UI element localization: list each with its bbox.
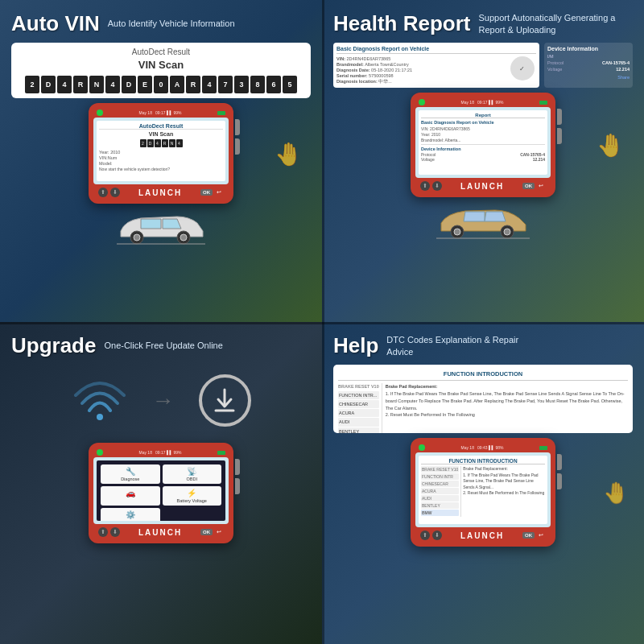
- share-btn[interactable]: Share: [617, 75, 630, 80]
- q2-title: Health Report: [333, 11, 470, 36]
- make-bentley: BENTLEY: [338, 427, 379, 434]
- obdi-icon: 📡: [187, 467, 196, 476]
- svg-point-10: [97, 414, 103, 420]
- q1-desc: Auto Identify Vehicle Information: [108, 18, 235, 29]
- q3-desc: One-Click Free Update Online: [104, 340, 222, 351]
- settings-icon: ⚙️: [126, 510, 135, 519]
- menu-obdi[interactable]: 📡 OBDI: [163, 464, 222, 484]
- vin-digit-12: 4: [202, 76, 217, 93]
- make-acura: ACURA: [338, 409, 379, 417]
- q4-brand: LAUNCH: [442, 531, 522, 540]
- download-icon-area: [199, 374, 251, 427]
- menu-car[interactable]: 🚗: [101, 486, 160, 506]
- svg-point-6: [454, 229, 460, 235]
- q2-top-info: Basic Diagnosis Report on Vehicle VIN: 2…: [333, 43, 633, 88]
- battery-icon: ⚡: [187, 489, 196, 497]
- q3-device-bottom: ⬆ ⬇ LAUNCH OK ↩: [93, 524, 229, 539]
- obdi-label: OBDI: [187, 477, 197, 481]
- q3-device: May 18 09:17 ▌▌ 99% 🔧 Diagnose 📡 O: [89, 443, 233, 543]
- diagnose-label: Diagnose: [121, 477, 139, 481]
- vin-digit-8: E: [138, 76, 152, 93]
- q1-header: Auto VIN Auto Identify Vehicle Informati…: [11, 11, 311, 36]
- battery-label: Battery Voltage: [177, 498, 207, 503]
- q2-side-btns: [557, 109, 562, 144]
- vin-digit-14: 3: [234, 76, 249, 93]
- device-info-title: Device Information: [547, 46, 630, 52]
- q4-desc: DTC Codes Explanation & Repair Advice: [386, 334, 531, 357]
- q1-hand: 🤚: [275, 140, 303, 167]
- menu-settings[interactable]: ⚙️ Settings: [101, 508, 160, 521]
- q3-side-btns: [235, 459, 240, 494]
- q4-screen-title: FUNCTION INTRODUCTION: [338, 369, 628, 381]
- q1-brand: LAUNCH: [120, 188, 200, 197]
- q4-device-wrapper: May 18 09:43 ▌▌ 98% FUNCTION INTRODUCTIO…: [333, 438, 633, 547]
- q1-car: [11, 208, 311, 249]
- q1-title: Auto VIN: [11, 11, 100, 36]
- q4-hand: 🤚: [603, 480, 629, 505]
- auto-vin-quadrant: Auto VIN Auto Identify Vehicle Informati…: [0, 0, 322, 322]
- settings-label: Settings: [122, 520, 138, 521]
- vin-digit-4: R: [73, 76, 88, 93]
- make-chinesecar: FUNCTION INTR...: [338, 391, 379, 399]
- wifi-icon-area: [72, 375, 128, 427]
- vin-digit-5: N: [89, 76, 104, 93]
- wifi-icon: [72, 375, 128, 423]
- svg-point-1: [134, 234, 140, 241]
- q1-device-wrapper: May 18 09:17 ▌▌ 99% AutoDect Result VIN …: [11, 103, 311, 204]
- vin-digit-15: 8: [250, 76, 265, 93]
- q2-car-svg: [435, 202, 531, 242]
- car-svg: [113, 208, 209, 249]
- q1-screen: AutoDect Result VIN Scan 2 D 4 R N 4 Yea…: [93, 118, 229, 184]
- vin-digit-6: 4: [105, 76, 120, 93]
- q2-hand: 🤚: [597, 132, 625, 159]
- q2-device: May 18 09:17 ▌▌ 99% Report Basic Diagnos…: [411, 93, 555, 197]
- q2-device-info: Device Information I/M Protocol CAN-1576…: [544, 43, 633, 88]
- q2-car: [333, 202, 633, 242]
- svg-point-8: [504, 229, 510, 235]
- function-section-label: BRAKE RESET V10: [338, 383, 379, 390]
- q3-screen: 🔧 Diagnose 📡 OBDI 🚗: [93, 457, 229, 524]
- q3-menu-grid: 🔧 Diagnose 📡 OBDI 🚗: [99, 463, 223, 521]
- diagnose-icon: 🔧: [126, 467, 135, 476]
- q3-brand: LAUNCH: [120, 528, 200, 537]
- q4-help-text: Brake Pad Replacement: 1. If The Brake P…: [386, 383, 628, 433]
- q2-desc: Support Autonatically Generating a Repor…: [478, 12, 623, 35]
- q3-device-wrapper: May 18 09:17 ▌▌ 99% 🔧 Diagnose 📡 O: [11, 443, 311, 543]
- q2-screen: Report Basic Diagnosis Report on Vehicle…: [415, 107, 551, 178]
- svg-point-3: [180, 234, 187, 241]
- main-grid: Auto VIN Auto Identify Vehicle Informati…: [0, 0, 644, 644]
- car-icon: 🚗: [126, 489, 135, 497]
- report-title: Basic Diagnosis Report on Vehicle: [336, 46, 536, 54]
- health-report-quadrant: Health Report Support Autonatically Gene…: [322, 0, 644, 322]
- vin-digit-7: D: [122, 76, 136, 93]
- make-chinesecar2: CHINESECAR: [338, 400, 379, 408]
- vin-digit-10: A: [170, 76, 184, 93]
- menu-battery[interactable]: ⚡ Battery Voltage: [163, 486, 222, 506]
- q4-screen: FUNCTION INTRODUCTION BRAKE RESET V10 FU…: [415, 452, 551, 527]
- vin-digit-3: 4: [57, 76, 72, 93]
- q4-side-btns: [557, 454, 562, 489]
- q3-title: Upgrade: [11, 333, 96, 358]
- vin-digit-13: 7: [218, 76, 233, 93]
- q4-title: Help: [333, 333, 378, 358]
- q2-report-card: Basic Diagnosis Report on Vehicle VIN: 2…: [333, 43, 539, 88]
- vin-digit-16: 6: [266, 76, 281, 93]
- q1-device-bottom: ⬆ ⬇ LAUNCH OK ↩: [93, 184, 229, 199]
- q1-device: May 18 09:17 ▌▌ 99% AutoDect Result VIN …: [89, 103, 233, 204]
- q2-header: Health Report Support Autonatically Gene…: [333, 11, 633, 36]
- q4-header: Help DTC Codes Explanation & Repair Advi…: [333, 333, 633, 358]
- vin-boxes: 2 D 4 R N 4 D E 0 A R 4 7 3 8 6 5: [19, 76, 303, 93]
- vin-digit-2: D: [41, 76, 56, 93]
- q1-side-btns: [235, 119, 240, 155]
- q2-device-wrapper: May 18 09:17 ▌▌ 99% Report Basic Diagnos…: [333, 93, 633, 197]
- q2-device-bottom: ⬆ ⬇ LAUNCH OK ↩: [415, 178, 551, 192]
- vin-digit-17: 5: [283, 76, 297, 93]
- autodect-label: AutoDect Result: [19, 47, 303, 56]
- vin-digit-9: 0: [154, 76, 168, 93]
- q3-icons-row: →: [11, 374, 311, 427]
- q2-brand: LAUNCH: [442, 182, 522, 191]
- q4-makes-list: BRAKE RESET V10 FUNCTION INTR... CHINESE…: [338, 383, 382, 433]
- make-audi: AUDI: [338, 418, 379, 426]
- vin-display-box: AutoDect Result VIN Scan 2 D 4 R N 4 D E…: [11, 43, 311, 98]
- menu-diagnose[interactable]: 🔧 Diagnose: [101, 464, 160, 484]
